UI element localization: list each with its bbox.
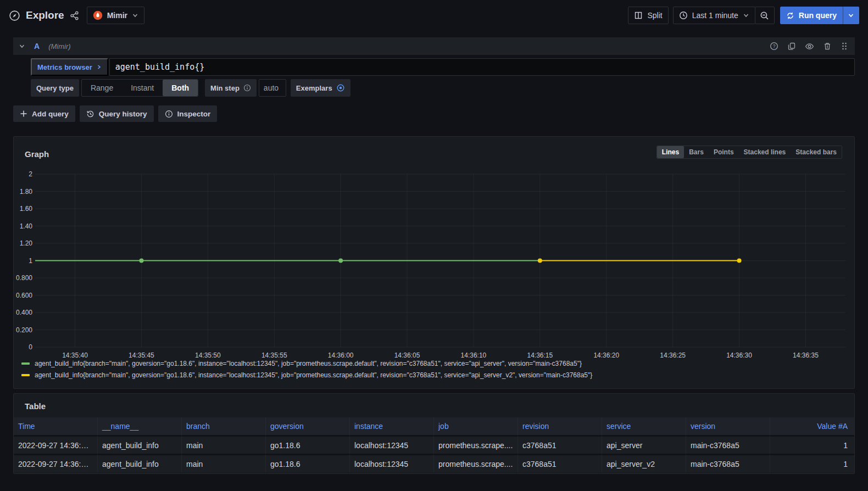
datasource-picker[interactable]: Mimir	[87, 7, 144, 24]
column-header-value-a[interactable]: Value #A	[770, 417, 854, 435]
column-header-revision[interactable]: revision	[518, 417, 602, 435]
query-row-header: A (Mimir) ?	[13, 37, 855, 55]
query-editor: A (Mimir) ?	[13, 37, 855, 122]
clock-icon	[679, 11, 688, 20]
min-step-input[interactable]	[259, 79, 286, 97]
table-row: 2022-09-27 14:36:37...agent_build_infoma…	[14, 454, 854, 472]
legend-swatch-icon	[21, 362, 30, 365]
zoom-out-button[interactable]	[755, 7, 775, 24]
query-type-group: RangeInstantBoth	[81, 79, 198, 97]
x-tick-label: 14:35:40	[57, 351, 93, 359]
graph-panel: Graph LinesBarsPointsStacked linesStacke…	[13, 136, 855, 389]
column-header-job[interactable]: job	[434, 417, 518, 435]
time-range-picker[interactable]: Last 1 minute	[673, 7, 755, 24]
chevron-down-icon	[848, 12, 854, 19]
x-tick-label: 14:36:30	[721, 351, 758, 359]
series-point	[737, 259, 742, 263]
zoom-out-icon	[760, 11, 769, 20]
chevron-down-icon	[132, 12, 138, 19]
query-type-option-both[interactable]: Both	[163, 80, 198, 96]
y-tick-label: 2	[14, 170, 32, 178]
x-tick-label: 14:36:05	[389, 351, 425, 359]
table-cell: localhost:12345	[350, 435, 434, 454]
legend-item[interactable]: agent_build_info{branch="main", goversio…	[21, 369, 854, 381]
y-tick-label: 0	[14, 343, 32, 351]
table-cell: agent_build_info	[98, 454, 182, 472]
mode-button-stacked-bars[interactable]: Stacked bars	[791, 146, 842, 158]
column-header-instance[interactable]: instance	[350, 417, 434, 435]
query-type-option-instant[interactable]: Instant	[122, 80, 163, 96]
collapse-chevron-down-icon[interactable]	[19, 43, 25, 49]
add-query-label: Add query	[32, 110, 69, 118]
column-header-branch[interactable]: branch	[182, 417, 266, 435]
column-header-service[interactable]: service	[602, 417, 686, 435]
legend-swatch-icon	[21, 374, 30, 376]
y-tick-label: 1.40	[14, 222, 32, 230]
chevron-right-icon	[96, 64, 102, 70]
table-panel: Table Time__name__branchgoversioninstanc…	[13, 393, 855, 474]
trash-icon[interactable]	[823, 42, 832, 51]
mode-button-lines[interactable]: Lines	[657, 146, 684, 158]
metrics-browser-button[interactable]: Metrics browser	[31, 58, 108, 76]
plus-icon	[20, 110, 27, 118]
legend-label: agent_build_info{branch="main", goversio…	[35, 360, 582, 367]
help-circle-icon[interactable]: ?	[770, 42, 778, 51]
chevron-down-icon	[743, 12, 749, 19]
drag-handle-icon[interactable]	[841, 42, 848, 51]
column-header-goversion[interactable]: goversion	[266, 417, 350, 435]
x-tick-label: 14:36:15	[522, 351, 558, 359]
share-icon[interactable]	[70, 11, 79, 20]
query-input[interactable]: agent_build_info{}	[109, 58, 855, 76]
graph-panel-title: Graph	[25, 149, 49, 159]
y-tick-label: 1.20	[14, 239, 32, 247]
datasource-name: Mimir	[107, 11, 127, 20]
info-circle-icon	[243, 84, 251, 92]
split-columns-icon	[634, 11, 643, 20]
add-query-button[interactable]: Add query	[13, 105, 75, 122]
mode-button-points[interactable]: Points	[709, 146, 739, 158]
table-cell: prometheus.scrape....	[434, 435, 518, 454]
mimir-datasource-icon	[93, 10, 103, 20]
mode-button-stacked-lines[interactable]: Stacked lines	[739, 146, 791, 158]
split-button[interactable]: Split	[628, 7, 668, 24]
series-point	[338, 259, 343, 263]
column-header-version[interactable]: version	[686, 417, 770, 435]
column-header--name-[interactable]: __name__	[98, 417, 182, 435]
chart-legend: agent_build_info{branch="main", goversio…	[14, 356, 854, 385]
toolbar: Explore Mimir	[0, 0, 868, 31]
series-point	[139, 259, 143, 263]
run-query-dropdown-button[interactable]	[843, 7, 859, 24]
table-cell: main-c3768a5	[686, 454, 770, 472]
query-ref-id[interactable]: A	[34, 42, 40, 51]
table-cell: c3768a51	[518, 435, 602, 454]
eye-icon[interactable]	[805, 42, 814, 51]
x-tick-label: 14:35:55	[256, 351, 292, 359]
series-point	[538, 259, 542, 263]
table-cell: main	[182, 435, 266, 454]
run-query-label: Run query	[799, 11, 837, 20]
table-cell: go1.18.6	[266, 454, 350, 472]
svg-text:?: ?	[773, 43, 776, 49]
mode-button-bars[interactable]: Bars	[684, 146, 709, 158]
exemplars-toggle[interactable]: Exemplars	[291, 79, 350, 97]
legend-item[interactable]: agent_build_info{branch="main", goversio…	[21, 358, 854, 369]
chart-canvas	[14, 163, 853, 348]
query-history-button[interactable]: Query history	[80, 105, 154, 122]
query-type-option-range[interactable]: Range	[82, 80, 122, 96]
copy-icon[interactable]	[787, 42, 796, 51]
inspector-button[interactable]: Inspector	[158, 105, 218, 122]
column-header-time[interactable]: Time	[14, 417, 98, 435]
y-tick-label: 1.60	[14, 205, 32, 213]
x-tick-label: 14:36:35	[787, 351, 824, 359]
x-tick-label: 14:36:20	[588, 351, 625, 359]
table-cell: api_server	[602, 435, 686, 454]
legend-label: agent_build_info{branch="main", goversio…	[35, 371, 592, 379]
min-step-label: Min step	[205, 79, 257, 97]
time-range-label: Last 1 minute	[692, 11, 738, 20]
table-cell: c3768a51	[518, 454, 602, 472]
run-query-button[interactable]: Run query	[780, 7, 843, 24]
table-cell: 1	[770, 435, 854, 454]
x-tick-label: 14:36:10	[455, 351, 492, 359]
y-tick-label: 0.200	[14, 326, 32, 334]
table-panel-title: Table	[14, 394, 854, 417]
